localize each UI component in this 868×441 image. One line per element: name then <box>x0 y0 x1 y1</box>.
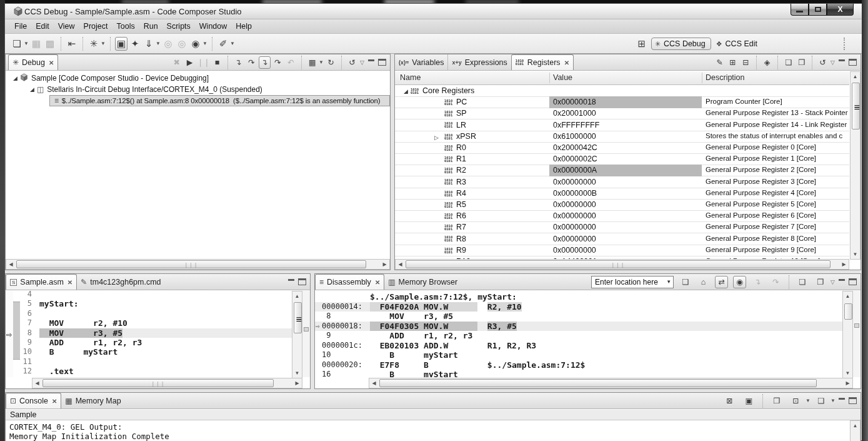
disassembly-code-area[interactable]: $../Sample.asm:7:12$, myStart:00000014: … <box>315 291 849 377</box>
debug-hscrollbar[interactable]: ◀ ❘❘❘ ▶ <box>6 259 390 270</box>
show-source-icon[interactable]: ◉ <box>733 276 746 288</box>
pin-console-icon[interactable]: ❐ <box>771 395 782 407</box>
save-icon[interactable]: ▦ <box>30 37 42 51</box>
col-name[interactable]: Name <box>400 73 421 82</box>
register-row-r6[interactable]: 10100101R60x00000000General Purpose Regi… <box>395 210 849 222</box>
assembly-step-over-icon[interactable]: ↷ <box>769 276 782 288</box>
number-format-icon[interactable]: ◈ <box>761 56 773 69</box>
suspend-icon[interactable]: ❘❘ <box>197 56 210 69</box>
scroll-up-icon[interactable]: ▲ <box>843 291 852 301</box>
combo-dropdown-icon[interactable]: ▼ <box>666 279 671 285</box>
location-input[interactable]: Enter location here▼ <box>591 276 674 288</box>
menu-run[interactable]: Run <box>139 20 162 33</box>
debug-tree-item-1[interactable]: ◢◫Stellaris In-Circuit Debug Interface/C… <box>30 84 262 95</box>
register-row-r3[interactable]: 10100101R30x00000000General Purpose Regi… <box>395 176 849 188</box>
console-output[interactable]: CORTEX_M4_0: GEL Output:Memory Map Initi… <box>6 420 849 441</box>
tab-sample-asm[interactable]: SSample.asm✕ <box>6 274 77 290</box>
col-value[interactable]: Value <box>553 73 572 82</box>
tab-variables[interactable]: (x)=Variables <box>395 54 447 70</box>
debug-launch-icon[interactable]: ✳ <box>87 37 100 51</box>
scroll-down-icon[interactable]: ▼ <box>843 368 852 378</box>
menu-scripts[interactable]: Scripts <box>162 20 195 33</box>
registers-table-header[interactable]: Name Value Description <box>395 71 849 85</box>
scroll-right-icon[interactable]: ▶ <box>843 378 852 388</box>
tab-console[interactable]: ⊡Console✕ <box>6 393 61 408</box>
probe-point-dropdown-icon[interactable]: ▼ <box>230 41 235 46</box>
flash-program-dropdown-icon[interactable]: ▼ <box>156 41 161 46</box>
twisty-collapsed-icon[interactable]: ▷ <box>434 134 439 141</box>
debug-launch-dropdown-icon[interactable]: ▼ <box>101 41 106 46</box>
scroll-lock-icon[interactable]: ▣ <box>743 395 755 407</box>
toggle-breakpoint-icon[interactable]: ◉ <box>189 37 202 51</box>
registers-hscrollbar[interactable]: ◀ ❘❘❘ ▶ <box>395 259 849 270</box>
menu-view[interactable]: View <box>54 20 79 33</box>
menu-help[interactable]: Help <box>231 20 256 33</box>
tab-close-icon[interactable]: ✕ <box>52 398 57 405</box>
new-register-group-icon[interactable]: ❏ <box>782 56 794 69</box>
scroll-left-icon[interactable]: ◀ <box>6 260 16 269</box>
register-row-r4[interactable]: 10100101R40x0000000BGeneral Purpose Regi… <box>395 188 849 200</box>
register-row-r7[interactable]: 10100101R70x00000000General Purpose Regi… <box>395 221 849 233</box>
disassembly-menu-icon[interactable]: ▽ <box>831 279 835 285</box>
pin-view-icon[interactable]: ❐ <box>796 56 807 69</box>
terminal-view-icon[interactable]: ⇤ <box>66 37 78 51</box>
close-button[interactable]: X <box>827 4 854 16</box>
col-description[interactable]: Description <box>706 73 745 82</box>
perspective-ccs-edit[interactable]: ❖ CCS Edit <box>714 38 760 49</box>
menu-edit[interactable]: Edit <box>31 20 54 33</box>
tab-expressions[interactable]: x+yExpressions <box>447 54 511 70</box>
console-minimize-icon[interactable] <box>838 397 846 404</box>
display-selected-console-dropdown-icon[interactable]: ▼ <box>806 398 811 403</box>
cpu-options-icon[interactable]: ▦ <box>306 56 318 69</box>
register-row-pc[interactable]: 10100101PC0x00000018Program Counter [Cor… <box>395 96 849 108</box>
overview-annotation[interactable] <box>854 323 859 328</box>
scroll-right-icon[interactable]: ▶ <box>839 260 849 269</box>
terminate-icon[interactable]: ■ <box>211 56 223 69</box>
menu-window[interactable]: Window <box>195 20 231 33</box>
register-row-core-registers[interactable]: ◢10100101Core Registers <box>395 85 849 97</box>
register-row-r8[interactable]: 10100101R80x00000000General Purpose Regi… <box>395 233 849 245</box>
assembly-step-over-icon[interactable]: ↷ <box>272 56 284 69</box>
step-into-icon[interactable]: ↴ <box>232 56 244 69</box>
link-with-active-debug-context-icon[interactable]: ⇄ <box>715 276 728 288</box>
maximize-button[interactable] <box>809 4 827 16</box>
cpu-options-dropdown-icon[interactable]: ▼ <box>319 59 324 65</box>
scroll-down-icon[interactable]: ▼ <box>292 368 302 378</box>
open-console-dropdown-icon[interactable]: ▼ <box>831 398 836 403</box>
scroll-up-icon[interactable]: ▲ <box>292 291 302 301</box>
toggle-breakpoint-dropdown-icon[interactable]: ▼ <box>202 41 207 46</box>
twisty-expanded-icon[interactable]: ◢ <box>404 88 408 94</box>
register-row-r1[interactable]: 10100101R10x0000002CGeneral Purpose Regi… <box>395 153 849 165</box>
open-perspective-icon[interactable]: ⊞ <box>636 37 648 51</box>
twisty-expanded-icon[interactable]: ◢ <box>30 86 34 93</box>
tab-memory-browser[interactable]: ▥Memory Browser <box>384 274 461 290</box>
step-over-icon[interactable]: ↷ <box>246 56 257 69</box>
registers-vscrollbar[interactable]: ▲ ≡ ▼ <box>850 71 861 260</box>
debug-tree-item-0[interactable]: ◢Sample [Code Composer Studio - Device D… <box>13 73 209 84</box>
tab-close-icon[interactable]: ✕ <box>375 279 380 286</box>
step-return-icon[interactable]: ↶ <box>285 56 297 69</box>
menu-file[interactable]: File <box>10 20 31 33</box>
menu-tools[interactable]: Tools <box>112 20 139 33</box>
register-row-r0[interactable]: 10100101R00x2000042CGeneral Purpose Regi… <box>395 142 849 154</box>
resume-icon[interactable]: ▶ <box>184 56 196 69</box>
new-view-icon[interactable]: ❏ <box>796 276 809 288</box>
disassembly-vscrollbar[interactable]: ▲ ▼ <box>842 291 853 378</box>
register-row-r9[interactable]: 10100101R90x00000000General Purpose Regi… <box>395 245 849 256</box>
scroll-up-icon[interactable]: ▲ <box>851 72 860 81</box>
disassembly-maximize-icon[interactable] <box>849 278 857 285</box>
tab-memory-map[interactable]: ▦Memory Map <box>61 393 124 408</box>
display-selected-console-icon[interactable]: ⊡ <box>790 395 802 407</box>
tab-debug-close-icon[interactable]: ✕ <box>49 59 54 66</box>
console-vscrollbar[interactable]: ▲ <box>850 420 861 441</box>
home-icon[interactable]: ⌂ <box>697 276 710 288</box>
register-row-xpsr[interactable]: ▷10100101xPSR0x61000000Stores the status… <box>395 131 849 143</box>
tab-tm4c123gh6pm-cmd[interactable]: ✎tm4c123gh6pm.cmd <box>77 274 164 290</box>
tab-registers[interactable]: 10100101Registers✕ <box>511 54 574 70</box>
clear-console-icon[interactable]: ⊠ <box>724 395 736 407</box>
editor-maximize-icon[interactable] <box>298 278 306 285</box>
register-row-r5[interactable]: 10100101R50x00000000General Purpose Regi… <box>395 199 849 211</box>
new-dropdown-icon[interactable]: ▼ <box>24 41 29 46</box>
profile-clock-setup-icon[interactable]: ◎ <box>176 37 188 51</box>
scroll-left-icon[interactable]: ◀ <box>396 260 405 269</box>
